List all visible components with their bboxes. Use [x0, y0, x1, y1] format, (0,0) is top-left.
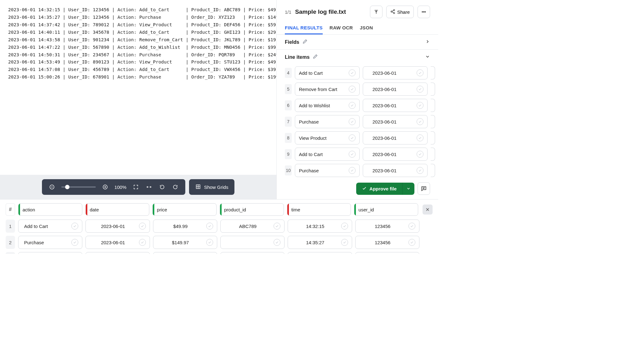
check-circle-icon[interactable]: [349, 86, 356, 93]
line-item-action-cell[interactable]: Purchase: [295, 115, 360, 128]
check-circle-icon[interactable]: [349, 151, 356, 158]
fields-section-header[interactable]: Fields: [277, 35, 438, 50]
cell-time[interactable]: 14:37:42: [288, 252, 352, 254]
cell-date[interactable]: 2023-06-01: [85, 252, 150, 254]
cell-product_id[interactable]: ABC789: [220, 220, 285, 233]
tab-json[interactable]: JSON: [360, 22, 373, 34]
column-header-action[interactable]: action: [18, 203, 82, 216]
column-header-product_id[interactable]: product_id: [220, 203, 284, 216]
cell-price[interactable]: $49.99: [153, 220, 217, 233]
line-item-date-cell[interactable]: 2023-06-01: [363, 83, 428, 96]
check-circle-icon[interactable]: [349, 69, 356, 76]
cell-value: Add to Cart: [299, 70, 346, 76]
cell-value: 2023-06-01: [367, 103, 414, 108]
line-item-date-cell[interactable]: 2023-06-01: [363, 148, 428, 161]
share-button[interactable]: Share: [386, 6, 414, 18]
check-circle-icon[interactable]: [417, 118, 423, 125]
line-item-date-cell[interactable]: 2023-06-01: [363, 99, 428, 112]
line-item-action-cell[interactable]: Purchase: [295, 164, 360, 177]
line-item-more-cell[interactable]: [431, 83, 435, 96]
line-item-date-cell[interactable]: 2023-06-01: [363, 66, 428, 79]
line-item-action-cell[interactable]: Add to Cart: [295, 66, 360, 79]
fullscreen-icon[interactable]: [132, 183, 140, 191]
line-item-date-cell[interactable]: 2023-06-01: [363, 115, 428, 128]
zoom-in-icon[interactable]: [101, 183, 109, 191]
cell-action[interactable]: Purchase: [18, 236, 82, 249]
check-circle-icon[interactable]: [341, 239, 348, 246]
file-title: Sample log file.txt: [295, 8, 366, 15]
cell-user_id[interactable]: 123456: [355, 236, 419, 249]
cell-time[interactable]: 14:35:27: [288, 236, 352, 249]
check-circle-icon[interactable]: [349, 134, 356, 141]
rotate-right-icon[interactable]: [172, 183, 179, 191]
check-circle-icon[interactable]: [417, 86, 423, 93]
chevron-right-icon[interactable]: [425, 39, 430, 45]
cell-action[interactable]: View Product: [18, 252, 82, 254]
check-circle-icon[interactable]: [417, 69, 423, 76]
zoom-out-icon[interactable]: [48, 183, 56, 191]
chevron-down-icon[interactable]: [425, 54, 430, 60]
line-item-date-cell[interactable]: 2023-06-01: [363, 131, 428, 144]
check-circle-icon[interactable]: [408, 223, 415, 230]
cell-user_id[interactable]: 123456: [355, 220, 419, 233]
approve-dropdown-button[interactable]: [402, 183, 414, 195]
upload-button[interactable]: [370, 6, 382, 18]
tab-final-results[interactable]: FINAL RESULTS: [285, 22, 323, 34]
check-circle-icon[interactable]: [417, 134, 423, 141]
column-header-user_id[interactable]: user_id: [354, 203, 418, 216]
row-number: 7: [285, 117, 292, 127]
edit-fields-icon[interactable]: [302, 39, 307, 45]
cell-time[interactable]: 14:32:15: [288, 220, 352, 233]
check-circle-icon[interactable]: [408, 239, 415, 246]
check-circle-icon[interactable]: [71, 239, 78, 246]
cell-date[interactable]: 2023-06-01: [85, 236, 150, 249]
check-circle-icon[interactable]: [417, 151, 423, 158]
line-item-more-cell[interactable]: [431, 131, 435, 144]
show-grids-button[interactable]: Show Grids: [189, 179, 235, 195]
cell-user_id[interactable]: 789012: [355, 252, 419, 254]
line-item-action-cell[interactable]: Add to Cart: [295, 148, 360, 161]
check-circle-icon[interactable]: [206, 239, 213, 246]
check-circle-icon[interactable]: [274, 239, 280, 246]
column-header-time[interactable]: time: [287, 203, 351, 216]
approve-file-button[interactable]: Approve file: [356, 183, 402, 195]
check-circle-icon[interactable]: [206, 223, 213, 230]
close-columns-button[interactable]: [423, 205, 433, 215]
line-item-more-cell[interactable]: [431, 115, 435, 128]
zoom-slider[interactable]: [61, 186, 96, 188]
check-circle-icon[interactable]: [139, 223, 146, 230]
line-item-action-cell[interactable]: Add to Wishlist: [295, 99, 360, 112]
line-item-action-cell[interactable]: View Product: [295, 131, 360, 144]
line-item-more-cell[interactable]: [431, 164, 435, 177]
cell-value: 2023-06-01: [367, 168, 414, 173]
check-circle-icon[interactable]: [349, 118, 356, 125]
line-item-more-cell[interactable]: [431, 66, 435, 79]
check-circle-icon[interactable]: [139, 239, 146, 246]
column-header-date[interactable]: date: [85, 203, 150, 216]
cell-product_id[interactable]: DEF456: [220, 252, 285, 254]
rotate-left-icon[interactable]: [158, 183, 166, 191]
check-circle-icon[interactable]: [71, 223, 78, 230]
check-circle-icon[interactable]: [341, 223, 348, 230]
check-circle-icon[interactable]: [274, 223, 280, 230]
tab-raw-ocr[interactable]: RAW OCR: [330, 22, 353, 34]
cell-price[interactable]: $149.97: [153, 236, 217, 249]
chat-button[interactable]: [418, 182, 430, 195]
line-items-section-header[interactable]: Line items: [277, 50, 438, 64]
column-header-price[interactable]: price: [152, 203, 217, 216]
more-button[interactable]: [418, 6, 430, 18]
line-item-more-cell[interactable]: [431, 99, 435, 112]
check-circle-icon[interactable]: [349, 167, 356, 174]
cell-date[interactable]: 2023-06-01: [85, 220, 150, 233]
fit-width-icon[interactable]: [145, 183, 153, 191]
check-circle-icon[interactable]: [417, 167, 423, 174]
check-circle-icon[interactable]: [349, 102, 356, 109]
edit-line-items-icon[interactable]: [313, 54, 318, 60]
cell-product_id[interactable]: [220, 236, 285, 249]
cell-action[interactable]: Add to Cart: [18, 220, 82, 233]
cell-price[interactable]: $59.99: [153, 252, 217, 254]
line-item-action-cell[interactable]: Remove from Cart: [295, 83, 360, 96]
line-item-date-cell[interactable]: 2023-06-01: [363, 164, 428, 177]
line-item-more-cell[interactable]: [431, 148, 435, 161]
check-circle-icon[interactable]: [417, 102, 423, 109]
